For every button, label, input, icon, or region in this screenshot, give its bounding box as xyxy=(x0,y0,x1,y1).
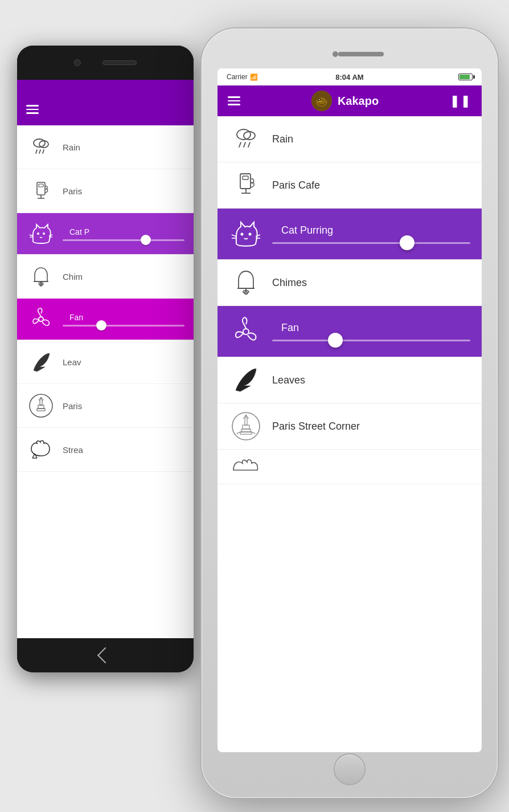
ios-fan-label: Fan xyxy=(281,322,470,334)
chimes-label: Chim xyxy=(63,272,83,281)
ios-camera xyxy=(333,51,338,57)
android-status-bar xyxy=(17,80,194,93)
svg-point-10 xyxy=(43,232,45,235)
stream-label: Strea xyxy=(63,445,83,455)
svg-rect-23 xyxy=(37,409,45,411)
stream-icon xyxy=(26,435,56,464)
ios-battery xyxy=(458,74,473,80)
paris-street-icon xyxy=(26,391,56,421)
svg-point-39 xyxy=(241,232,244,235)
svg-point-29 xyxy=(319,101,322,102)
wifi-icon: 📶 xyxy=(250,74,258,81)
ios-sound-item-paris-cafe[interactable]: Paris Cafe xyxy=(217,162,482,209)
svg-rect-22 xyxy=(38,405,44,409)
ios-device: Carrier 📶 8:04 AM xyxy=(202,28,498,798)
paris-cafe-label: Paris xyxy=(63,186,82,196)
android-sound-item-leaves[interactable]: Leav xyxy=(17,340,194,384)
ios-status-bar: Carrier 📶 8:04 AM xyxy=(217,68,482,85)
svg-point-40 xyxy=(249,232,252,235)
leaves-label: Leav xyxy=(63,357,81,367)
ios-home-button[interactable] xyxy=(334,753,366,785)
ios-paris-cafe-icon xyxy=(229,168,263,202)
rain-label: Rain xyxy=(63,142,80,152)
svg-point-9 xyxy=(37,232,39,235)
ios-cat-icon xyxy=(229,217,263,251)
cat-purring-icon xyxy=(26,219,56,248)
svg-line-13 xyxy=(49,235,52,236)
svg-line-3 xyxy=(39,150,40,153)
ios-rain-label: Rain xyxy=(272,133,293,145)
ios-fan-icon xyxy=(229,315,263,349)
ios-cat-slider[interactable] xyxy=(272,242,470,244)
ios-paris-street-label: Paris Street Corner xyxy=(272,421,360,432)
rain-icon xyxy=(26,132,56,162)
android-sound-item-cat[interactable]: Cat P xyxy=(17,213,194,255)
cat-purring-thumb[interactable] xyxy=(141,235,151,245)
cat-purring-slider[interactable] xyxy=(63,239,184,241)
ios-carrier: Carrier xyxy=(227,73,248,81)
svg-point-28 xyxy=(319,99,320,100)
android-sound-item-paris-street[interactable]: Paris xyxy=(17,384,194,428)
android-sound-item-stream[interactable]: Strea xyxy=(17,428,194,472)
android-sound-item-rain[interactable]: Rain xyxy=(17,125,194,169)
android-sound-item-chimes[interactable]: Chim xyxy=(17,255,194,299)
fan-icon xyxy=(26,304,56,334)
ios-sound-list: Rain Paris Cafe xyxy=(217,116,482,752)
ios-screen: Carrier 📶 8:04 AM xyxy=(217,68,482,752)
svg-line-2 xyxy=(36,150,37,153)
fan-thumb[interactable] xyxy=(96,320,106,330)
android-header xyxy=(17,93,194,125)
svg-rect-54 xyxy=(240,432,252,434)
fan-slider-wrap: Fan xyxy=(63,312,184,327)
fan-slider[interactable] xyxy=(63,325,184,327)
chimes-icon xyxy=(26,262,56,291)
android-bottom-bar xyxy=(17,638,194,672)
ios-speaker xyxy=(338,52,384,56)
android-sound-list: Rain Paris xyxy=(17,125,194,472)
ios-battery-fill xyxy=(459,75,470,79)
ios-leaves-icon xyxy=(229,363,263,397)
ios-chimes-label: Chimes xyxy=(272,277,307,289)
avatar xyxy=(311,91,332,111)
ios-paris-cafe-label: Paris Cafe xyxy=(272,179,320,191)
cat-purring-slider-wrap: Cat P xyxy=(63,227,184,241)
ios-fan-thumb[interactable] xyxy=(328,333,343,348)
ios-pause-button[interactable]: ❚❚ xyxy=(450,94,471,108)
ios-sound-item-leaves[interactable]: Leaves xyxy=(217,357,482,403)
ios-sound-item-chimes[interactable]: Chimes xyxy=(217,260,482,306)
hamburger-menu-icon[interactable] xyxy=(26,105,39,114)
android-sound-item-paris-cafe[interactable]: Paris xyxy=(17,169,194,213)
ios-rain-icon xyxy=(229,122,263,156)
ios-sound-item-cat[interactable]: Cat Purring xyxy=(217,209,482,260)
android-back-button[interactable] xyxy=(97,647,113,663)
android-sound-item-fan[interactable]: Fan xyxy=(17,299,194,340)
ios-sound-item-rain[interactable]: Rain xyxy=(217,116,482,162)
svg-line-43 xyxy=(256,235,260,236)
android-camera xyxy=(74,59,81,66)
svg-point-1 xyxy=(39,141,48,148)
ios-sound-item-stream[interactable] xyxy=(217,450,482,484)
ios-leaves-label: Leaves xyxy=(272,374,305,386)
ios-top-notch xyxy=(208,40,491,68)
android-top-bar xyxy=(17,46,194,80)
ios-cat-thumb[interactable] xyxy=(400,235,414,250)
ios-sound-item-fan[interactable]: Fan xyxy=(217,306,482,357)
cat-purring-label: Cat P xyxy=(69,227,89,236)
ios-home-area xyxy=(334,752,366,786)
svg-rect-36 xyxy=(243,176,248,179)
fan-label: Fan xyxy=(69,313,83,322)
ios-sound-item-paris-street[interactable]: Paris Street Corner xyxy=(217,403,482,450)
svg-line-32 xyxy=(239,142,241,147)
ios-time: 8:04 AM xyxy=(335,73,363,81)
ios-app-name: Kakapo xyxy=(338,95,379,108)
svg-line-4 xyxy=(43,150,44,153)
svg-point-31 xyxy=(244,132,255,140)
ios-chimes-icon xyxy=(229,266,263,300)
ios-paris-street-icon xyxy=(229,409,263,443)
svg-line-34 xyxy=(248,142,250,147)
svg-line-41 xyxy=(232,235,236,236)
ios-hamburger-icon[interactable] xyxy=(228,96,240,105)
paris-cafe-icon xyxy=(26,176,56,206)
android-screen: Rain Paris xyxy=(17,80,194,638)
ios-fan-slider[interactable] xyxy=(272,340,470,341)
